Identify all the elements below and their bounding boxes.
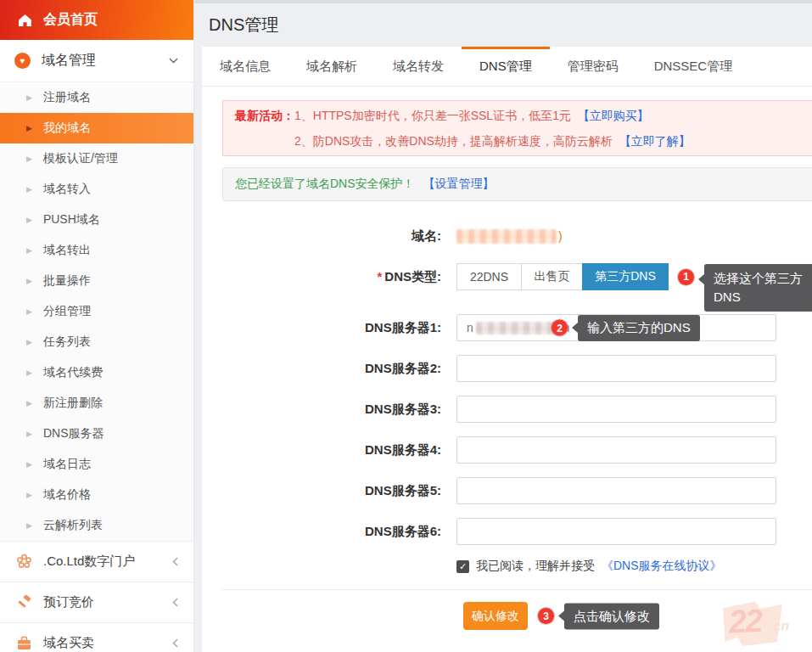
sidebar-item-new-reg-delete[interactable]: ▶新注册删除 — [0, 388, 193, 419]
page-title: DNS管理 — [209, 15, 278, 34]
dns-server-4-row: DNS服务器4: — [202, 436, 812, 464]
activity-line-1: 1、HTTPS加密时代，你只差一张SSL证书，低至1元 【立即购买】 — [294, 103, 691, 128]
page-title-band: DNS管理 — [193, 3, 812, 47]
caret-right-icon: ▶ — [26, 339, 32, 346]
domain-value-redacted — [456, 229, 557, 244]
dns-server-3-input[interactable] — [456, 396, 776, 423]
gavel-icon — [16, 595, 32, 610]
step-1-annotation: 1 选择这个第三方DNS — [678, 269, 694, 285]
dns-type-option-third-party[interactable]: 第三方DNS — [582, 263, 669, 290]
confirm-modify-button[interactable]: 确认修改 — [463, 602, 528, 630]
sidebar-submenu: ▶注册域名 ▶我的域名 ▶模板认证/管理 ▶域名转入 ▶PUSH域名 ▶域名转出… — [0, 82, 193, 541]
briefcase-icon — [16, 636, 32, 650]
dns-security-notice: 您已经设置了域名DNS安全保护！ 【设置管理】 — [222, 167, 812, 201]
caret-right-icon: ▶ — [26, 400, 32, 408]
domain-manage-label: 域名管理 — [42, 52, 96, 70]
sidebar-item-coltd-portal[interactable]: .Co.Ltd数字门户 — [0, 542, 193, 582]
dns-type-selector: 22DNS 出售页 第三方DNS — [456, 263, 669, 290]
sidebar-item-transfer-out[interactable]: ▶域名转出 — [0, 235, 193, 266]
domain-label: 域名: — [202, 222, 441, 244]
step-2-annotation: 2 输入第三方的DNS — [552, 320, 568, 336]
sidebar-item-register-domain[interactable]: ▶注册域名 — [0, 82, 193, 113]
agreement-checkbox[interactable]: ✓ — [456, 560, 469, 573]
chevron-left-icon — [172, 638, 178, 648]
sidebar-item-push-domain[interactable]: ▶PUSH域名 — [0, 205, 193, 235]
agreement-text: 我已阅读，理解并接受 — [476, 559, 595, 574]
sidebar-item-transfer-in[interactable]: ▶域名转入 — [0, 174, 193, 205]
dns-type-option-22dns[interactable]: 22DNS — [456, 263, 522, 290]
dns-server-6-input[interactable] — [456, 518, 776, 545]
caret-right-icon: ▶ — [26, 369, 32, 377]
buy-now-link[interactable]: 【立即购买】 — [578, 109, 649, 122]
security-settings-link[interactable]: 【设置管理】 — [423, 177, 494, 190]
caret-right-icon: ▶ — [26, 216, 32, 224]
sidebar-item-template-auth-manage[interactable]: ▶模板认证/管理 — [0, 143, 193, 174]
sidebar-header-label: 会员首页 — [43, 11, 98, 29]
sidebar-item-task-list[interactable]: ▶任务列表 — [0, 327, 193, 357]
sidebar-item-renew-agent[interactable]: ▶域名代续费 — [0, 357, 193, 388]
step-3-tooltip: 点击确认修改 — [564, 603, 659, 629]
dns-type-option-sale-page[interactable]: 出售页 — [521, 263, 583, 290]
domain-manage-icon: ♥ — [14, 53, 31, 69]
form-divider — [222, 589, 812, 590]
step-2-badge: 2 — [552, 320, 568, 336]
step-3-badge: 3 — [538, 608, 554, 624]
caret-right-icon: ▶ — [26, 247, 32, 255]
sidebar-item-group-manage[interactable]: ▶分组管理 — [0, 296, 193, 327]
tab-domain-resolve[interactable]: 域名解析 — [288, 47, 375, 86]
caret-right-icon: ▶ — [26, 94, 32, 102]
dns-type-row: *DNS类型: 22DNS 出售页 第三方DNS 1 选择这个第三方DNS — [202, 263, 812, 290]
sidebar-item-dns-server[interactable]: ▶DNS服务器 — [0, 419, 193, 449]
sidebar-item-batch-operations[interactable]: ▶批量操作 — [0, 266, 193, 296]
dns-form: 域名: ) *DNS类型: 22DNS 出售页 第三方DNS 1 选择这 — [202, 222, 812, 630]
chevron-left-icon — [172, 557, 178, 566]
sidebar: 会员首页 ♥ 域名管理 ▶注册域名 ▶我的域名 ▶模板认证/管理 ▶域名转入 ▶… — [0, 0, 193, 652]
activity-line-2: 2、防DNS攻击，改善DNS劫持，提高解析速度，高防云解析 【立即了解】 — [294, 128, 691, 154]
sidebar-item-domain-logs[interactable]: ▶域名日志 — [0, 449, 193, 480]
sidebar-item-domain-price[interactable]: ▶域名价格 — [0, 480, 193, 510]
learn-more-link[interactable]: 【立即了解】 — [619, 134, 691, 148]
dns-type-label: *DNS类型: — [202, 263, 441, 285]
required-mark: * — [377, 269, 382, 284]
tab-domain-info[interactable]: 域名信息 — [202, 47, 288, 86]
dns-server-2-input[interactable] — [456, 355, 776, 382]
dns-server-5-row: DNS服务器5: — [202, 477, 812, 504]
tab-bar: 域名信息 域名解析 域名转发 DNS管理 管理密码 DNSSEC管理 — [202, 47, 812, 87]
tab-domain-forward[interactable]: 域名转发 — [375, 47, 462, 86]
caret-right-icon: ▶ — [26, 461, 32, 469]
caret-right-icon: ▶ — [26, 155, 32, 163]
dns-server-4-input[interactable] — [456, 436, 776, 464]
caret-right-icon: ▶ — [26, 125, 32, 132]
tab-dnssec-manage[interactable]: DNSSEC管理 — [636, 47, 751, 86]
content-panel: 域名信息 域名解析 域名转发 DNS管理 管理密码 DNSSEC管理 最新活动：… — [202, 47, 812, 652]
dns-server-6-row: DNS服务器6: — [202, 518, 812, 545]
step-2-tooltip: 输入第三方的DNS — [578, 315, 700, 341]
domain-value-tail: ) — [558, 229, 563, 243]
caret-right-icon: ▶ — [26, 492, 32, 499]
sidebar-item-my-domains[interactable]: ▶我的域名 — [0, 113, 193, 143]
chevron-left-icon — [172, 598, 178, 607]
agreement-row: ✓ 我已阅读，理解并接受 《DNS服务在线协议》 — [456, 559, 812, 574]
sidebar-item-cloud-dns-list[interactable]: ▶云解析列表 — [0, 510, 193, 541]
caret-right-icon: ▶ — [26, 430, 32, 438]
dns-server-2-row: DNS服务器2: — [202, 355, 812, 382]
activity-notice-label: 最新活动： — [235, 103, 294, 154]
step-1-tooltip: 选择这个第三方DNS — [704, 264, 812, 312]
flower-icon — [16, 554, 32, 570]
sidebar-item-reserve-bidding[interactable]: 预订竞价 — [0, 582, 193, 623]
dns-server-1-row: DNS服务器1: n m 2 输入第三方的DNS — [202, 314, 812, 341]
sidebar-item-domain-trading[interactable]: 域名买卖 — [0, 623, 193, 652]
tab-dns-manage[interactable]: DNS管理 — [462, 47, 550, 86]
submit-row: 确认修改 3 点击确认修改 — [463, 602, 812, 630]
step-3-annotation: 3 点击确认修改 — [538, 608, 554, 624]
check-icon: ✓ — [459, 562, 467, 571]
caret-right-icon: ▶ — [26, 278, 32, 285]
dns-security-text: 您已经设置了域名DNS安全保护！ — [235, 177, 415, 190]
caret-right-icon: ▶ — [26, 186, 32, 194]
tab-manage-password[interactable]: 管理密码 — [550, 47, 636, 86]
sidebar-item-domain-manage[interactable]: ♥ 域名管理 — [0, 40, 193, 82]
dns-service-agreement-link[interactable]: 《DNS服务在线协议》 — [602, 559, 722, 574]
sidebar-item-member-home[interactable]: 会员首页 — [0, 0, 193, 40]
dns-server-5-input[interactable] — [456, 477, 776, 504]
home-icon — [18, 14, 32, 27]
